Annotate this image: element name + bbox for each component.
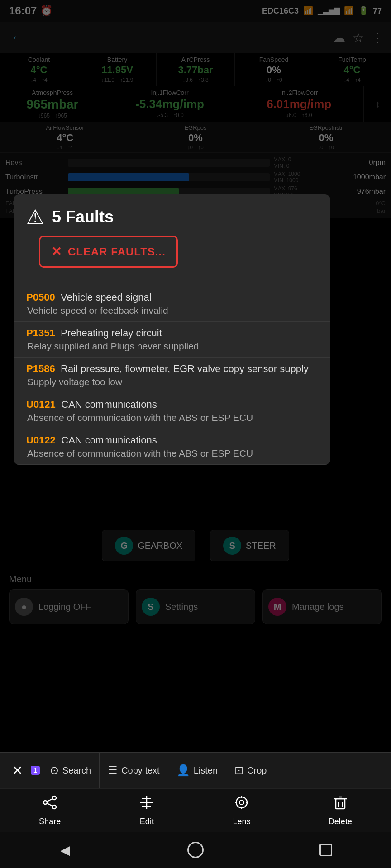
fault-item-1: P0500 Vehicle speed signal Vehicle speed… (14, 286, 330, 322)
copy-text-context-item[interactable]: ☰ Copy text (100, 753, 168, 788)
search-ctx-icon: ⊙ (50, 764, 59, 777)
crop-ctx-label: Crop (247, 765, 267, 776)
fault-item-3: P1586 Rail pressure, flowmeter, EGR valv… (14, 358, 330, 393)
fault-code-1: P0500 (26, 292, 55, 303)
fault-desc-1: Vehicle speed signal (61, 292, 152, 303)
context-badge: 1 (31, 766, 40, 775)
nav-home-icon (187, 842, 204, 858)
listen-context-item[interactable]: 👤 Listen (168, 753, 226, 788)
crop-context-item[interactable]: ⊡ Crop (226, 753, 275, 788)
edit-label: Edit (140, 817, 154, 826)
fault-sub-3: Supply voltage too low (26, 377, 318, 387)
share-label: Share (39, 817, 61, 826)
lens-icon (234, 794, 250, 814)
svg-point-1 (43, 801, 47, 804)
delete-label: Delete (329, 817, 352, 826)
context-close-button[interactable]: ✕ (4, 763, 31, 778)
nav-recents-button[interactable] (308, 836, 344, 863)
share-icon (42, 794, 58, 814)
fault-desc-4: CAN communications (61, 399, 157, 410)
fault-modal: ⚠ 5 Faults ✕ CLEAR FAULTS... P0500 Vehic… (14, 194, 330, 465)
warning-triangle-icon: ⚠ (26, 205, 44, 228)
fault-sub-2: Relay supplied and Plugs never supplied (26, 341, 318, 352)
delete-button[interactable]: Delete (329, 794, 352, 826)
fault-code-2: P1351 (26, 327, 55, 339)
svg-point-2 (52, 805, 56, 809)
search-context-item[interactable]: ⊙ Search (42, 753, 100, 788)
fault-desc-3: Rail pressure, flowmeter, EGR valve copy… (61, 363, 309, 374)
nav-back-button[interactable]: ◀ (47, 836, 83, 863)
fault-item-2: P1351 Preheating relay circuit Relay sup… (14, 322, 330, 358)
action-bar: Share Edit Lens (0, 788, 391, 832)
svg-line-3 (47, 799, 52, 802)
svg-rect-15 (336, 799, 345, 809)
listen-ctx-label: Listen (194, 765, 218, 776)
fault-item-5: U0122 CAN communications Absence of comm… (14, 429, 330, 465)
svg-point-10 (239, 800, 244, 805)
fault-sub-5: Absence of communication with the ABS or… (26, 448, 318, 459)
edit-icon (138, 794, 155, 814)
fault-item-4: U0121 CAN communications Absence of comm… (14, 393, 330, 429)
svg-point-9 (236, 797, 247, 808)
clear-faults-label: CLEAR FAULTS... (68, 245, 166, 258)
fault-code-5: U0122 (26, 434, 56, 446)
fault-code-4: U0121 (26, 399, 56, 410)
nav-back-icon: ◀ (60, 843, 70, 858)
fault-code-3: P1586 (26, 363, 55, 374)
copy-ctx-icon: ☰ (108, 764, 118, 777)
nav-home-button[interactable] (177, 836, 214, 863)
fault-desc-5: CAN communications (61, 434, 157, 446)
lens-button[interactable]: Lens (233, 794, 251, 826)
svg-point-0 (52, 796, 56, 800)
fault-list: P0500 Vehicle speed signal Vehicle speed… (14, 286, 330, 465)
listen-ctx-icon: 👤 (176, 764, 190, 777)
edit-button[interactable]: Edit (138, 794, 155, 826)
lens-label: Lens (233, 817, 251, 826)
fault-desc-2: Preheating relay circuit (61, 327, 162, 339)
nav-bar: ◀ (0, 832, 391, 868)
clear-faults-x-icon: ✕ (51, 244, 62, 259)
svg-line-4 (47, 803, 52, 806)
delete-icon (332, 794, 348, 814)
crop-ctx-icon: ⊡ (234, 764, 243, 777)
context-toolbar: ✕ 1 ⊙ Search ☰ Copy text 👤 Listen ⊡ Crop (0, 752, 391, 788)
fault-title: 5 Faults (52, 208, 114, 226)
fault-sub-1: Vehicle speed or feedback invalid (26, 305, 318, 316)
fault-sub-4: Absence of communication with the ABS or… (26, 412, 318, 423)
clear-faults-container: ✕ CLEAR FAULTS... (14, 236, 330, 286)
share-button[interactable]: Share (39, 794, 61, 826)
nav-recents-icon (319, 844, 332, 856)
search-ctx-label: Search (62, 765, 91, 776)
copy-ctx-label: Copy text (121, 765, 159, 776)
fault-header: ⚠ 5 Faults (14, 194, 330, 236)
clear-faults-button[interactable]: ✕ CLEAR FAULTS... (39, 236, 178, 268)
